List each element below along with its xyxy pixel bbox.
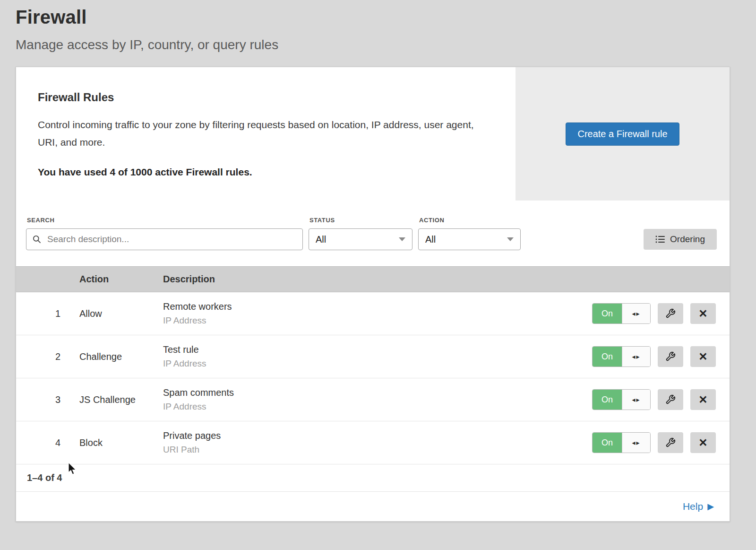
wrench-icon xyxy=(665,308,676,319)
page-subtitle: Manage access by IP, country, or query r… xyxy=(16,37,756,52)
toggle-on-label[interactable]: On xyxy=(593,347,622,367)
chevron-down-icon xyxy=(507,237,514,241)
toggle-arrows-icon[interactable]: ◂▸ xyxy=(622,390,650,410)
search-box[interactable] xyxy=(26,228,303,250)
wrench-icon xyxy=(665,394,676,405)
toggle-arrows-icon[interactable]: ◂▸ xyxy=(622,433,650,453)
delete-rule-button[interactable]: ✕ xyxy=(690,389,716,410)
wrench-icon xyxy=(665,437,676,448)
delete-rule-button[interactable]: ✕ xyxy=(690,346,716,367)
rule-description-cell: Remote workers IP Address xyxy=(163,301,592,326)
rule-description: Test rule xyxy=(163,344,592,355)
table-row: 1 Allow Remote workers IP Address On ◂▸ … xyxy=(16,292,730,335)
wrench-icon xyxy=(665,351,676,362)
edit-rule-button[interactable] xyxy=(658,389,683,410)
create-rule-section: Create a Firewall rule xyxy=(515,67,730,201)
rule-description: Remote workers xyxy=(163,301,592,312)
firewall-panel: Firewall Rules Control incoming traffic … xyxy=(16,67,730,522)
close-icon: ✕ xyxy=(698,308,707,319)
rule-description-cell: Test rule IP Address xyxy=(163,344,592,369)
table-row: 2 Challenge Test rule IP Address On ◂▸ ✕ xyxy=(16,335,730,378)
rule-action: Block xyxy=(79,437,163,448)
rules-card-title: Firewall Rules xyxy=(38,91,487,104)
chevron-down-icon xyxy=(399,237,405,241)
rule-controls: On ◂▸ ✕ xyxy=(592,303,730,324)
rule-number: 2 xyxy=(16,351,79,362)
rule-field-type: IP Address xyxy=(163,315,592,326)
action-select[interactable]: All xyxy=(418,228,521,250)
close-icon: ✕ xyxy=(698,394,707,405)
rules-card-description: Control incoming traffic to your zone by… xyxy=(38,116,484,151)
status-filter-group: STATUS All xyxy=(309,217,412,250)
rule-enabled-toggle[interactable]: On ◂▸ xyxy=(592,303,651,324)
edit-rule-button[interactable] xyxy=(658,303,683,324)
edit-rule-button[interactable] xyxy=(658,346,683,367)
header-description-column: Description xyxy=(163,274,730,285)
help-link[interactable]: Help ▶ xyxy=(683,501,714,512)
ordering-button[interactable]: Ordering xyxy=(644,229,717,250)
rule-description-cell: Private pages URI Path xyxy=(163,430,592,455)
rule-action: JS Challenge xyxy=(79,394,163,405)
delete-rule-button[interactable]: ✕ xyxy=(690,432,716,453)
action-filter-group: ACTION All xyxy=(418,217,521,250)
search-filter-group: SEARCH xyxy=(26,217,303,250)
ordering-button-label: Ordering xyxy=(670,234,705,244)
pagination: 1–4 of 4 xyxy=(16,464,730,492)
firewall-rules-card-text: Firewall Rules Control incoming traffic … xyxy=(16,67,515,201)
rule-controls: On ◂▸ ✕ xyxy=(592,432,730,453)
rule-controls: On ◂▸ ✕ xyxy=(592,389,730,410)
rule-controls: On ◂▸ ✕ xyxy=(592,346,730,367)
ordering-icon xyxy=(655,236,665,243)
panel-footer: Help ▶ xyxy=(16,492,730,521)
status-select[interactable]: All xyxy=(309,228,412,250)
create-firewall-rule-button[interactable]: Create a Firewall rule xyxy=(566,122,679,146)
page-title: Firewall xyxy=(16,7,756,28)
delete-rule-button[interactable]: ✕ xyxy=(690,303,716,324)
rule-field-type: URI Path xyxy=(163,445,592,455)
rule-enabled-toggle[interactable]: On ◂▸ xyxy=(592,389,651,410)
search-label: SEARCH xyxy=(27,217,303,224)
help-arrow-icon: ▶ xyxy=(707,501,714,512)
rule-number: 4 xyxy=(16,437,79,448)
page-header: Firewall Manage access by IP, country, o… xyxy=(0,0,756,52)
toggle-on-label[interactable]: On xyxy=(593,390,622,410)
toggle-on-label[interactable]: On xyxy=(593,304,622,323)
search-icon xyxy=(32,235,42,244)
toggle-on-label[interactable]: On xyxy=(593,433,622,453)
table-header: Action Description xyxy=(16,266,730,292)
filters-bar: SEARCH STATUS All ACTION All xyxy=(16,201,730,266)
header-action-column: Action xyxy=(79,274,163,285)
rule-number: 1 xyxy=(16,308,79,319)
action-label: ACTION xyxy=(419,217,521,224)
rule-action: Challenge xyxy=(79,351,163,362)
rule-enabled-toggle[interactable]: On ◂▸ xyxy=(592,432,651,453)
rules-usage-text: You have used 4 of 1000 active Firewall … xyxy=(38,166,487,178)
toggle-arrows-icon[interactable]: ◂▸ xyxy=(622,347,650,367)
edit-rule-button[interactable] xyxy=(658,432,683,453)
table-row: 3 JS Challenge Spam comments IP Address … xyxy=(16,378,730,421)
rule-description: Private pages xyxy=(163,430,592,441)
help-link-label: Help xyxy=(683,501,703,512)
rule-number: 3 xyxy=(16,394,79,405)
status-label: STATUS xyxy=(309,217,412,224)
close-icon: ✕ xyxy=(698,351,707,362)
close-icon: ✕ xyxy=(698,437,707,448)
rule-description-cell: Spam comments IP Address xyxy=(163,387,592,412)
action-select-value: All xyxy=(425,234,436,245)
status-select-value: All xyxy=(316,234,326,245)
firewall-rules-card: Firewall Rules Control incoming traffic … xyxy=(16,67,730,201)
rule-description: Spam comments xyxy=(163,387,592,398)
rule-field-type: IP Address xyxy=(163,402,592,412)
rule-action: Allow xyxy=(79,308,163,319)
table-row: 4 Block Private pages URI Path On ◂▸ ✕ xyxy=(16,421,730,464)
rule-field-type: IP Address xyxy=(163,358,592,369)
rule-enabled-toggle[interactable]: On ◂▸ xyxy=(592,346,651,367)
search-input[interactable] xyxy=(46,234,297,245)
toggle-arrows-icon[interactable]: ◂▸ xyxy=(622,304,650,323)
